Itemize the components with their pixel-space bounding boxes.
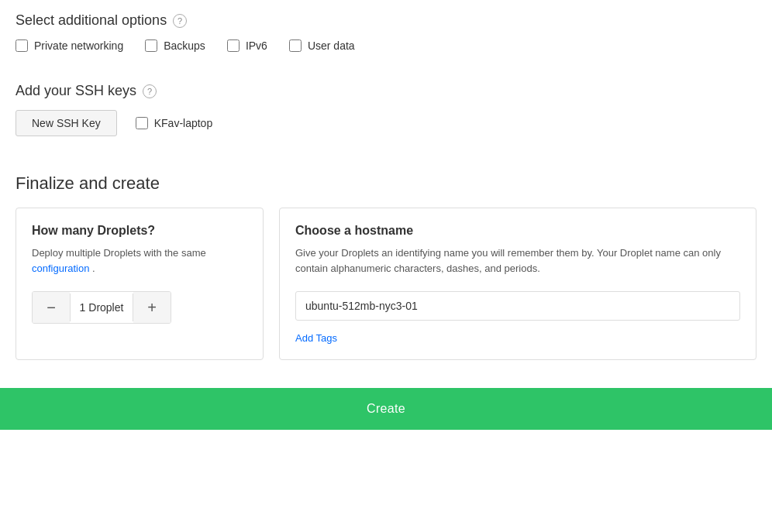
droplets-count-heading: How many Droplets? (32, 224, 247, 238)
backups-checkbox-item[interactable]: Backups (145, 39, 205, 52)
hostname-input[interactable] (295, 291, 740, 321)
description-suffix: . (89, 263, 95, 274)
finalize-title: Finalize and create (16, 173, 756, 194)
droplets-count-card: How many Droplets? Deploy multiple Dropl… (16, 208, 264, 360)
new-ssh-key-button[interactable]: New SSH Key (16, 110, 117, 136)
backups-checkbox[interactable] (145, 39, 157, 52)
hostname-heading: Choose a hostname (295, 224, 740, 238)
ipv6-checkbox-item[interactable]: IPv6 (227, 39, 267, 52)
droplet-count-value: 1 Droplet (70, 293, 133, 321)
droplet-counter: − 1 Droplet + (32, 291, 171, 324)
cards-row: How many Droplets? Deploy multiple Dropl… (16, 208, 756, 360)
ipv6-checkbox[interactable] (227, 39, 240, 52)
kfav-laptop-checkbox[interactable] (136, 117, 148, 129)
user-data-label: User data (308, 39, 355, 52)
private-networking-checkbox[interactable] (16, 39, 28, 52)
ssh-keys-title-text: Add your SSH keys (16, 83, 136, 99)
droplets-count-description: Deploy multiple Droplets with the same c… (32, 245, 247, 276)
create-bar: Create (0, 388, 772, 430)
additional-options-title: Select additional options ? (16, 12, 756, 29)
additional-options-title-text: Select additional options (16, 12, 167, 29)
kfav-laptop-checkbox-item[interactable]: KFav-laptop (136, 117, 212, 129)
ssh-keys-title: Add your SSH keys ? (16, 83, 756, 99)
hostname-card: Choose a hostname Give your Droplets an … (279, 208, 756, 360)
backups-label: Backups (164, 39, 205, 52)
create-button[interactable]: Create (0, 388, 772, 430)
kfav-laptop-label: KFav-laptop (154, 117, 212, 129)
ssh-keys-help-icon[interactable]: ? (143, 84, 157, 98)
ssh-keys-row: New SSH Key KFav-laptop (16, 110, 756, 136)
ssh-keys-section: Add your SSH keys ? New SSH Key KFav-lap… (16, 83, 756, 136)
user-data-checkbox-item[interactable]: User data (289, 39, 355, 52)
finalize-section: Finalize and create How many Droplets? D… (16, 173, 756, 360)
additional-options-section: Select additional options ? Private netw… (16, 12, 756, 52)
add-tags-link[interactable]: Add Tags (295, 332, 337, 344)
increment-button[interactable]: + (133, 292, 171, 323)
configuration-link[interactable]: configuration (32, 263, 89, 274)
decrement-button[interactable]: − (33, 292, 70, 323)
additional-options-help-icon[interactable]: ? (173, 14, 187, 28)
private-networking-label: Private networking (34, 39, 123, 52)
ipv6-label: IPv6 (246, 39, 267, 52)
user-data-checkbox[interactable] (289, 39, 302, 52)
private-networking-checkbox-item[interactable]: Private networking (16, 39, 123, 52)
hostname-description: Give your Droplets an identifying name y… (295, 245, 740, 276)
additional-options-checkboxes: Private networking Backups IPv6 User dat… (16, 39, 756, 52)
description-prefix: Deploy multiple Droplets with the same (32, 247, 206, 259)
